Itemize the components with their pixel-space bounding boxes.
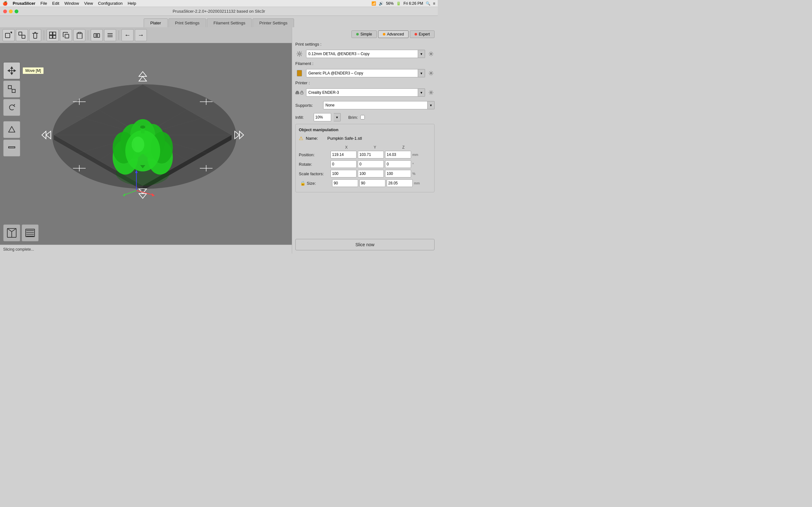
printer-gear[interactable] — [427, 89, 435, 96]
svg-point-89 — [430, 53, 432, 55]
y-header: Y — [361, 145, 389, 150]
infill-arrow-container[interactable]: ▼ — [334, 113, 341, 121]
toolbar-sep-2 — [88, 31, 88, 40]
filament-input[interactable] — [306, 69, 418, 77]
scale-z-input[interactable] — [385, 170, 411, 177]
more-button[interactable] — [104, 29, 116, 41]
svg-line-26 — [11, 89, 12, 89]
maximize-button[interactable] — [14, 9, 18, 13]
statusbar: Slicing complete... — [0, 245, 292, 253]
print-settings-label: Print settings : — [295, 42, 321, 47]
filament-dropdown[interactable]: ▼ — [306, 69, 425, 77]
rotate-z-input[interactable] — [385, 160, 411, 168]
place-face-tool[interactable] — [3, 121, 20, 138]
obj-manip-title: Object manipulation — [299, 127, 431, 132]
supports-arrow[interactable]: ▼ — [427, 101, 435, 109]
battery-label: 56% — [386, 1, 394, 6]
scale-y-input[interactable] — [358, 170, 384, 177]
svg-rect-0 — [5, 33, 10, 38]
rotate-y-input[interactable] — [358, 160, 384, 168]
svg-point-90 — [430, 72, 432, 74]
position-x-input[interactable] — [331, 151, 357, 158]
apple-menu[interactable]: 🍎 — [3, 1, 8, 6]
brim-checkbox[interactable] — [360, 115, 365, 119]
fill-bed-button[interactable] — [91, 29, 103, 41]
infill-brim-row: Infill: ▼ Brim: — [295, 113, 435, 121]
position-y-input[interactable] — [358, 151, 384, 158]
svg-rect-2 — [19, 32, 22, 35]
redo-button[interactable]: → — [135, 29, 147, 41]
undo-button[interactable]: ← — [121, 29, 134, 41]
print-settings-arrow[interactable]: ▼ — [418, 50, 425, 58]
printer-dropdown[interactable]: ▼ — [306, 89, 425, 97]
size-x-input[interactable] — [332, 179, 358, 187]
position-z-input[interactable] — [385, 151, 411, 158]
printer-input[interactable] — [306, 89, 418, 97]
filament-arrow[interactable]: ▼ — [418, 69, 425, 77]
mode-advanced-button[interactable]: Advanced — [378, 31, 409, 38]
svg-rect-94 — [300, 92, 303, 94]
menu-edit[interactable]: Edit — [52, 1, 59, 6]
tab-printer-settings[interactable]: Printer Settings — [252, 18, 294, 27]
svg-point-69 — [140, 125, 145, 129]
search-icon[interactable]: 🔍 — [426, 1, 430, 6]
print-settings-dropdown[interactable]: ▼ — [306, 50, 425, 58]
tab-filament-settings[interactable]: Filament Settings — [207, 18, 252, 27]
rotate-tool[interactable] — [3, 99, 20, 116]
menu-help[interactable]: Help — [128, 1, 136, 6]
titlebar: PrusaSlicer-2.2.0+-202003211132 based on… — [0, 7, 438, 16]
scale-row: Scale factors: % — [299, 170, 431, 177]
menu-extra-icon[interactable]: ≡ — [433, 1, 435, 6]
tab-plater[interactable]: Plater — [144, 18, 168, 27]
close-button[interactable] — [3, 9, 7, 13]
svg-line-78 — [7, 228, 12, 232]
filament-gear[interactable] — [427, 70, 435, 77]
mode-simple-button[interactable]: Simple — [351, 31, 377, 38]
scale-x-input[interactable] — [331, 170, 357, 177]
app-name[interactable]: PrusaSlicer — [13, 1, 36, 6]
battery-icon: 🔋 — [396, 1, 401, 6]
supports-input[interactable] — [323, 101, 427, 109]
rotate-x-input[interactable] — [331, 160, 357, 168]
svg-point-67 — [132, 136, 144, 153]
supports-label: Supports: — [295, 103, 321, 108]
cut-tool[interactable] — [3, 139, 20, 157]
tab-print-settings[interactable]: Print Settings — [168, 18, 206, 27]
menu-window[interactable]: Window — [64, 1, 79, 6]
print-settings-input[interactable] — [306, 50, 418, 58]
filament-swatch-container — [295, 69, 304, 77]
add-object-button[interactable] — [3, 29, 14, 41]
print-settings-gear[interactable] — [427, 50, 435, 57]
size-y-input[interactable] — [359, 179, 386, 187]
paste-button[interactable] — [73, 29, 85, 41]
delete-button[interactable] — [29, 29, 41, 41]
menu-view[interactable]: View — [84, 1, 93, 6]
clock: Fri 6:26 PM — [403, 1, 423, 6]
minimize-button[interactable] — [9, 9, 13, 13]
scale-tool[interactable] — [3, 80, 20, 98]
layers-view-button[interactable] — [21, 224, 39, 241]
slice-button[interactable]: Slice now — [295, 239, 435, 250]
svg-marker-27 — [9, 126, 15, 132]
scale-unit: % — [412, 172, 415, 176]
infill-input[interactable] — [314, 113, 331, 121]
printer-arrow[interactable]: ▼ — [418, 89, 425, 97]
supports-dropdown[interactable]: ▼ — [323, 101, 435, 109]
xyz-headers: X Y Z — [299, 145, 431, 150]
viewport[interactable]: Move [M] — [0, 43, 292, 245]
copy-button[interactable] — [60, 29, 72, 41]
menu-configuration[interactable]: Configuration — [98, 1, 122, 6]
lock-icon[interactable]: 🔒 — [300, 181, 305, 186]
move-tool[interactable]: Move [M] — [3, 62, 20, 79]
add-part-button[interactable] — [16, 29, 28, 41]
status-text: Slicing complete... — [3, 247, 34, 251]
menu-file[interactable]: File — [41, 1, 47, 6]
mode-expert-button[interactable]: Expert — [410, 31, 435, 38]
size-z-input[interactable] — [387, 179, 413, 187]
3d-view-button[interactable] — [3, 224, 20, 241]
arrange-button[interactable] — [47, 29, 59, 41]
infill-dropdown-arrow[interactable]: ▼ — [334, 113, 341, 121]
main-area: ← → — [0, 27, 438, 253]
rotate-unit: ° — [412, 162, 414, 166]
expert-label: Expert — [419, 32, 430, 37]
